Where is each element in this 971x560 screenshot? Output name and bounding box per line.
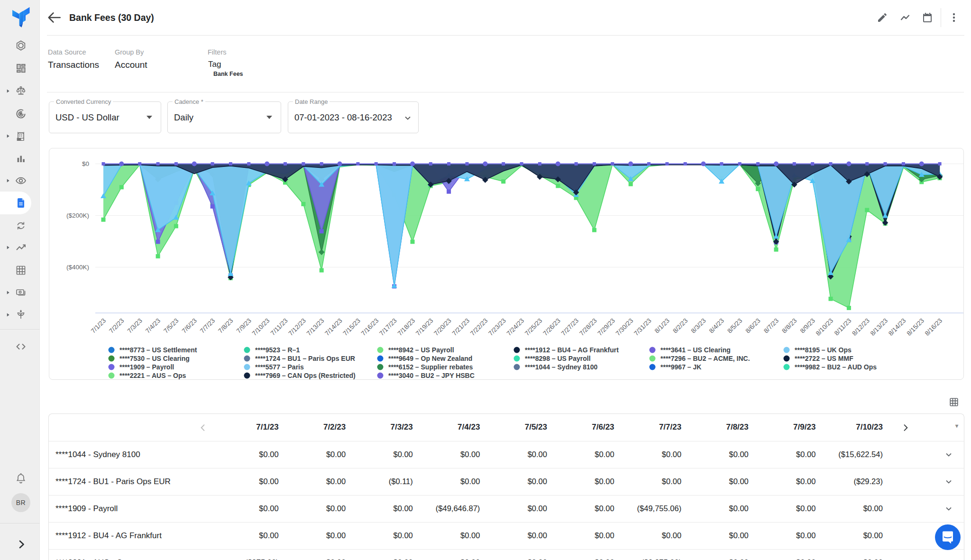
svg-text:****7969 – CAN Ops (Restricted: ****7969 – CAN Ops (Restricted) <box>255 372 356 379</box>
svg-text:****9982 – BU2 – AUD Ops: ****9982 – BU2 – AUD Ops <box>795 363 877 371</box>
svg-text:8/6/23: 8/6/23 <box>744 317 762 335</box>
svg-text:($400K): ($400K) <box>66 264 89 271</box>
svg-text:****9967 – JK: ****9967 – JK <box>660 363 701 371</box>
svg-text:****1044 – Sydney 8100: ****1044 – Sydney 8100 <box>525 363 598 371</box>
svg-text:7/10/23: 7/10/23 <box>251 317 271 337</box>
svg-text:7/3/23: 7/3/23 <box>126 317 144 335</box>
svg-text:****5577 – Paris: ****5577 – Paris <box>255 363 304 371</box>
svg-text:8/2/23: 8/2/23 <box>671 317 689 335</box>
svg-text:8/16/23: 8/16/23 <box>924 317 944 337</box>
svg-text:8/13/23: 8/13/23 <box>869 317 889 337</box>
svg-text:7/24/23: 7/24/23 <box>505 317 525 337</box>
svg-text:($200K): ($200K) <box>66 212 89 219</box>
svg-text:7/17/23: 7/17/23 <box>378 317 398 337</box>
svg-text:****8942 – US Payroll: ****8942 – US Payroll <box>388 346 454 354</box>
svg-text:****8298 – US Payroll: ****8298 – US Payroll <box>525 355 591 362</box>
svg-text:7/21/23: 7/21/23 <box>451 317 471 337</box>
svg-text:7/22/23: 7/22/23 <box>469 317 489 337</box>
svg-text:8/11/23: 8/11/23 <box>833 317 853 337</box>
svg-text:****3641 – US Clearing: ****3641 – US Clearing <box>660 346 731 354</box>
svg-text:****1912 – BU4 – AG Frankfurt: ****1912 – BU4 – AG Frankfurt <box>525 346 619 354</box>
svg-text:****7296 – BU2 – ACME, INC.: ****7296 – BU2 – ACME, INC. <box>660 355 750 362</box>
svg-text:****9523 – R–1: ****9523 – R–1 <box>255 346 300 354</box>
svg-text:****8773 – US Settlement: ****8773 – US Settlement <box>119 346 197 354</box>
svg-text:8/3/23: 8/3/23 <box>689 317 707 335</box>
svg-text:7/1/23: 7/1/23 <box>90 317 107 335</box>
svg-text:7/18/23: 7/18/23 <box>396 317 416 337</box>
svg-text:****7530 – US Clearing: ****7530 – US Clearing <box>119 355 190 362</box>
svg-text:8/15/23: 8/15/23 <box>905 317 925 337</box>
svg-text:7/30/23: 7/30/23 <box>614 317 634 337</box>
svg-text:8/5/23: 8/5/23 <box>726 317 743 335</box>
svg-text:7/23/23: 7/23/23 <box>487 317 507 337</box>
svg-text:7/19/23: 7/19/23 <box>414 317 434 337</box>
svg-text:7/27/23: 7/27/23 <box>560 317 580 337</box>
svg-text:7/29/23: 7/29/23 <box>596 317 616 337</box>
svg-text:8/8/23: 8/8/23 <box>780 317 798 335</box>
svg-text:7/4/23: 7/4/23 <box>144 317 162 335</box>
svg-text:7/15/23: 7/15/23 <box>342 317 362 337</box>
svg-text:7/7/23: 7/7/23 <box>199 317 216 335</box>
svg-text:7/11/23: 7/11/23 <box>269 317 289 337</box>
svg-text:8/10/23: 8/10/23 <box>815 317 834 337</box>
svg-text:7/14/23: 7/14/23 <box>323 317 343 337</box>
svg-text:7/2/23: 7/2/23 <box>108 317 125 335</box>
svg-text:8/12/23: 8/12/23 <box>851 317 870 337</box>
svg-text:7/31/23: 7/31/23 <box>632 317 652 337</box>
svg-text:****1909 – Payroll: ****1909 – Payroll <box>119 363 174 371</box>
svg-text:****1724 – BU1 – Paris Ops EUR: ****1724 – BU1 – Paris Ops EUR <box>255 355 355 362</box>
svg-text:****2221 – AUS – Ops: ****2221 – AUS – Ops <box>119 372 186 379</box>
svg-text:7/28/23: 7/28/23 <box>578 317 598 337</box>
svg-text:7/13/23: 7/13/23 <box>305 317 325 337</box>
svg-text:7/5/23: 7/5/23 <box>162 317 180 335</box>
svg-text:****9649 – Op New Zealand: ****9649 – Op New Zealand <box>388 355 472 362</box>
svg-text:7/16/23: 7/16/23 <box>360 317 380 337</box>
svg-text:7/26/23: 7/26/23 <box>541 317 561 337</box>
svg-text:8/4/23: 8/4/23 <box>708 317 725 335</box>
svg-text:****2722 – US MMF: ****2722 – US MMF <box>795 355 853 362</box>
svg-text:****6152 – Supplier rebates: ****6152 – Supplier rebates <box>388 363 473 371</box>
svg-text:8/7/23: 8/7/23 <box>762 317 780 335</box>
svg-text:7/6/23: 7/6/23 <box>181 317 198 335</box>
svg-text:****8195 – UK Ops: ****8195 – UK Ops <box>795 346 852 354</box>
svg-text:8/1/23: 8/1/23 <box>653 317 671 335</box>
svg-text:7/9/23: 7/9/23 <box>235 317 253 335</box>
svg-text:****3040 – BU2 – JPY HSBC: ****3040 – BU2 – JPY HSBC <box>388 372 475 379</box>
svg-text:$0: $0 <box>82 160 89 167</box>
svg-text:7/20/23: 7/20/23 <box>432 317 452 337</box>
svg-text:7/8/23: 7/8/23 <box>217 317 234 335</box>
svg-text:8/9/23: 8/9/23 <box>799 317 816 335</box>
svg-text:7/12/23: 7/12/23 <box>287 317 307 337</box>
svg-text:8/14/23: 8/14/23 <box>887 317 907 337</box>
svg-text:7/25/23: 7/25/23 <box>523 317 543 337</box>
